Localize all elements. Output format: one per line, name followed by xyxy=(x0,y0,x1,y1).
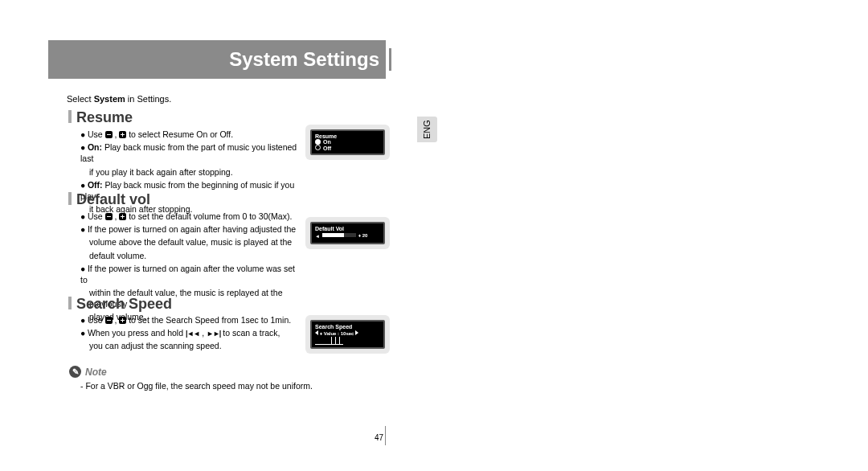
screen-title: Resume xyxy=(315,133,380,139)
intro-suffix: in Settings. xyxy=(125,94,171,104)
minus-icon xyxy=(105,131,113,138)
fastforward-icon: ►►| xyxy=(207,329,220,338)
banner-divider xyxy=(389,48,391,71)
plus-icon xyxy=(119,317,126,324)
searchspeed-screenshot: Search Speed ♦ Value : 10sec xyxy=(305,315,390,354)
page-number: 47 xyxy=(375,433,383,442)
ruler-icon xyxy=(315,337,343,345)
intro-bold: System xyxy=(94,94,125,104)
plus-icon xyxy=(119,131,126,138)
screen-title: Search Speed xyxy=(315,324,380,330)
searchspeed-screen: Search Speed ♦ Value : 10sec xyxy=(310,320,385,349)
page-title: System Settings xyxy=(229,48,379,71)
triangle-left-icon xyxy=(315,330,318,335)
section-title-searchspeed: Search Speed xyxy=(68,296,172,313)
rewind-icon: |◄◄ xyxy=(186,329,199,338)
searchspeed-body: ● Use , to set the Search Speed from 1se… xyxy=(80,314,301,354)
intro-line: Select System in Settings. xyxy=(67,94,171,104)
section-title-defaultvol: Default vol xyxy=(68,191,150,208)
section-title-resume: Resume xyxy=(68,109,133,126)
intro-prefix: Select xyxy=(67,94,94,104)
radio-off-icon xyxy=(315,145,321,150)
note-label: Note xyxy=(85,367,107,378)
resume-screenshot: Resume On Off xyxy=(305,125,390,160)
language-tab: ENG xyxy=(417,117,437,142)
screen-title: Default Vol xyxy=(315,226,380,231)
minus-icon xyxy=(105,317,113,324)
volume-bar xyxy=(322,233,356,237)
title-banner: System Settings xyxy=(48,40,386,79)
note-icon: ✎ xyxy=(69,366,81,378)
note-row: ✎ Note xyxy=(69,366,107,378)
plus-icon xyxy=(119,213,126,220)
minus-icon xyxy=(105,213,113,220)
radio-on-icon xyxy=(315,139,321,145)
defaultvol-screen: Default Vol ◄♦ 20 xyxy=(310,222,385,244)
triangle-right-icon xyxy=(355,330,358,335)
defaultvol-screenshot: Default Vol ◄♦ 20 xyxy=(305,217,390,249)
resume-screen: Resume On Off xyxy=(310,129,385,155)
arrow-left-icon: ◄ xyxy=(315,234,320,239)
note-text: - For a VBR or Ogg file, the search spee… xyxy=(80,381,313,391)
page-divider xyxy=(385,426,386,445)
